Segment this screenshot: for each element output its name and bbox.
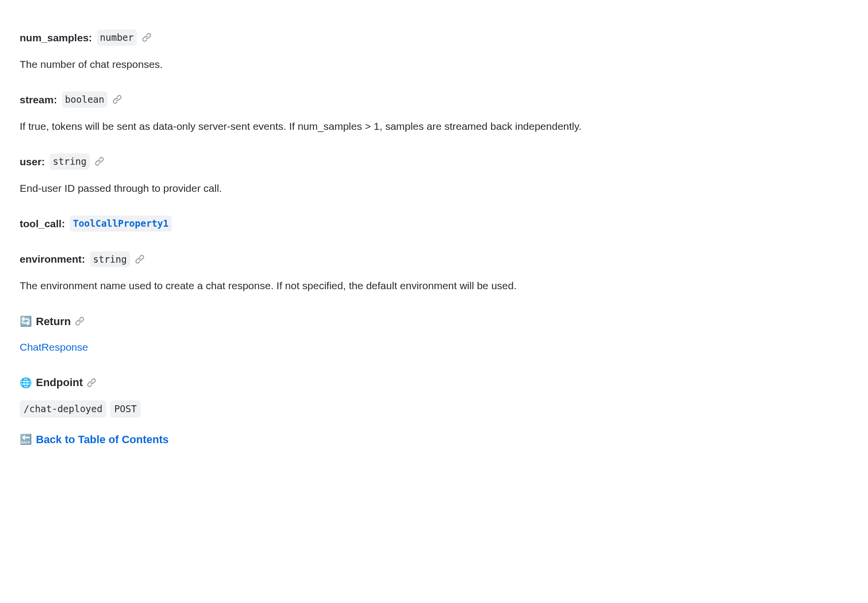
return-type-link[interactable]: ChatResponse [20,341,88,353]
type-link-toolcallproperty1[interactable]: ToolCallProperty1 [70,215,171,232]
param-heading-user: user: string [20,153,848,170]
anchor-link-icon[interactable] [135,254,145,264]
endpoint-row: /chat-deployed POST [20,400,848,418]
param-name: stream: [20,92,57,108]
param-description: The environment name used to create a ch… [20,278,848,294]
param-name: num_samples: [20,30,92,46]
return-section-heading: 🔄 Return [20,313,848,330]
param-heading-num-samples: num_samples: number [20,30,848,46]
endpoint-method: POST [110,400,141,418]
param-name: environment: [20,251,85,267]
param-type-badge: boolean [62,91,107,108]
endpoint-title: Endpoint [36,374,83,391]
param-type-badge: string [50,153,90,170]
param-name: tool_call: [20,216,65,232]
param-type-badge: string [90,251,130,268]
endpoint-path: /chat-deployed [20,400,106,418]
param-heading-environment: environment: string [20,251,848,268]
param-name: user: [20,154,45,170]
endpoint-section-heading: 🌐 Endpoint [20,374,848,391]
param-description: End-user ID passed through to provider c… [20,181,848,196]
back-row: 🔙 Back to Table of Contents [20,431,848,448]
anchor-link-icon[interactable] [75,316,85,326]
param-description: The number of chat responses. [20,57,848,72]
param-heading-stream: stream: boolean [20,91,848,108]
param-description: If true, tokens will be sent as data-onl… [20,119,848,134]
param-heading-tool-call: tool_call: ToolCallProperty1 [20,215,848,232]
anchor-link-icon[interactable] [142,32,152,42]
param-type-badge: number [97,30,137,46]
return-title: Return [36,313,71,330]
anchor-link-icon[interactable] [112,94,122,104]
back-to-toc-link[interactable]: Back to Table of Contents [36,431,169,448]
anchor-link-icon[interactable] [87,378,96,388]
anchor-link-icon[interactable] [94,156,104,166]
return-icon: 🔄 [20,314,32,329]
globe-icon: 🌐 [20,375,32,390]
back-icon: 🔙 [20,434,32,444]
